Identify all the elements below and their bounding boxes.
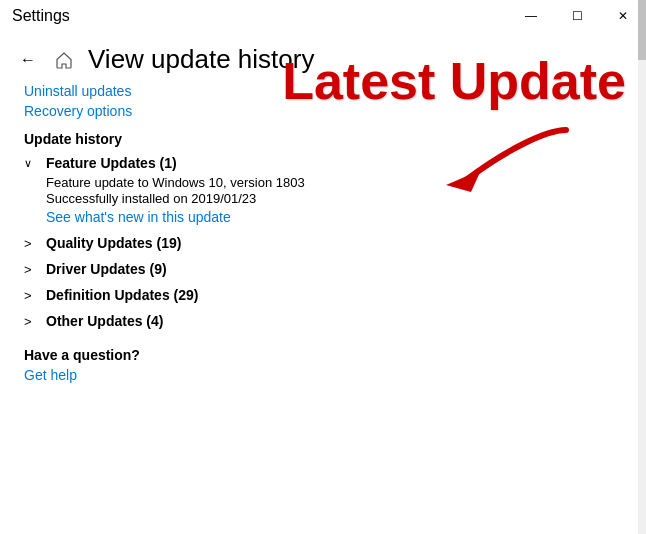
- recovery-options-link[interactable]: Recovery options: [24, 103, 622, 119]
- driver-updates-header[interactable]: > Driver Updates (9): [24, 259, 622, 279]
- definition-updates-label: Definition Updates (29): [46, 287, 198, 303]
- quality-chevron: >: [24, 236, 38, 251]
- get-help-link[interactable]: Get help: [24, 367, 622, 383]
- feature-updates-label: Feature Updates (1): [46, 155, 177, 171]
- quality-updates-label: Quality Updates (19): [46, 235, 181, 251]
- definition-chevron: >: [24, 288, 38, 303]
- title-bar: Settings — ☐ ✕: [0, 0, 646, 32]
- page-header: ← View update history: [0, 32, 646, 83]
- uninstall-updates-link[interactable]: Uninstall updates: [24, 83, 622, 99]
- definition-updates-header[interactable]: > Definition Updates (29): [24, 285, 622, 305]
- title-bar-left: Settings: [12, 7, 70, 25]
- driver-updates-label: Driver Updates (9): [46, 261, 167, 277]
- back-button[interactable]: ←: [16, 47, 40, 73]
- other-updates-group: > Other Updates (4): [24, 311, 622, 331]
- feature-updates-header[interactable]: ∨ Feature Updates (1): [24, 153, 622, 173]
- driver-chevron: >: [24, 262, 38, 277]
- feature-updates-group: ∨ Feature Updates (1) Feature update to …: [24, 153, 622, 225]
- minimize-button[interactable]: —: [508, 0, 554, 32]
- other-chevron: >: [24, 314, 38, 329]
- title-bar-controls: — ☐ ✕: [508, 0, 646, 32]
- scrollbar[interactable]: [638, 0, 646, 534]
- have-a-question-title: Have a question?: [24, 347, 622, 363]
- quality-updates-group: > Quality Updates (19): [24, 233, 622, 253]
- feature-updates-content: Feature update to Windows 10, version 18…: [24, 175, 622, 225]
- other-updates-label: Other Updates (4): [46, 313, 163, 329]
- page-title: View update history: [88, 44, 314, 75]
- quality-updates-header[interactable]: > Quality Updates (19): [24, 233, 622, 253]
- other-updates-header[interactable]: > Other Updates (4): [24, 311, 622, 331]
- scrollbar-thumb[interactable]: [638, 0, 646, 60]
- feature-chevron: ∨: [24, 157, 38, 170]
- driver-updates-group: > Driver Updates (9): [24, 259, 622, 279]
- restore-button[interactable]: ☐: [554, 0, 600, 32]
- see-whats-new-link[interactable]: See what's new in this update: [46, 209, 622, 225]
- feature-update-title: Feature update to Windows 10, version 18…: [46, 175, 622, 190]
- update-history-section-title: Update history: [24, 131, 622, 147]
- content-area: Uninstall updates Recovery options Updat…: [0, 83, 646, 383]
- title-bar-title: Settings: [12, 7, 70, 25]
- have-a-question-section: Have a question? Get help: [24, 347, 622, 383]
- feature-update-subtitle: Successfully installed on 2019/01/23: [46, 191, 622, 206]
- definition-updates-group: > Definition Updates (29): [24, 285, 622, 305]
- home-icon: [52, 48, 76, 72]
